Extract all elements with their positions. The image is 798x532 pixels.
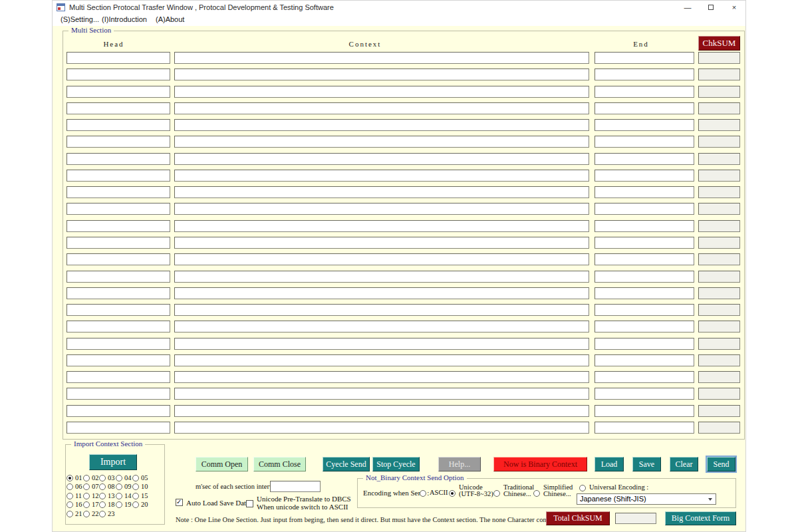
context-input[interactable]: [174, 136, 589, 148]
end-input[interactable]: [595, 153, 694, 165]
context-input[interactable]: [174, 287, 589, 299]
head-input[interactable]: [66, 102, 170, 114]
section-radio-06[interactable]: [66, 483, 73, 490]
send-button[interactable]: Send: [707, 457, 735, 471]
end-input[interactable]: [595, 52, 694, 64]
context-input[interactable]: [174, 153, 589, 165]
head-input[interactable]: [66, 422, 170, 434]
section-radio-21[interactable]: [66, 511, 73, 517]
head-input[interactable]: [66, 338, 170, 350]
context-input[interactable]: [174, 220, 589, 232]
context-input[interactable]: [174, 86, 589, 98]
end-input[interactable]: [595, 321, 694, 332]
context-input[interactable]: [174, 253, 589, 265]
section-radio-20[interactable]: [132, 501, 139, 508]
end-input[interactable]: [595, 170, 694, 182]
head-input[interactable]: [66, 203, 170, 215]
head-input[interactable]: [66, 371, 170, 383]
head-input[interactable]: [66, 52, 170, 64]
help-button[interactable]: Help...: [438, 457, 481, 471]
head-input[interactable]: [66, 388, 170, 400]
section-radio-13[interactable]: [99, 493, 106, 499]
stop-cyecle-button[interactable]: Stop Cyecle: [372, 457, 420, 471]
section-radio-01[interactable]: [66, 475, 73, 481]
section-radio-05[interactable]: [132, 475, 139, 481]
end-input[interactable]: [595, 338, 694, 350]
unicode-pretranslate-checkbox[interactable]: [246, 500, 253, 507]
binary-context-status-button[interactable]: Now is Binary Context: [493, 457, 587, 471]
chksum-button[interactable]: ChkSUM: [698, 36, 740, 51]
head-input[interactable]: [66, 321, 170, 332]
end-input[interactable]: [595, 186, 694, 198]
minimize-button[interactable]: —: [679, 1, 696, 13]
head-input[interactable]: [66, 170, 170, 182]
context-input[interactable]: [174, 237, 589, 249]
section-radio-15[interactable]: [132, 493, 139, 499]
end-input[interactable]: [595, 304, 694, 316]
context-input[interactable]: [174, 354, 589, 366]
head-input[interactable]: [66, 186, 170, 198]
section-radio-04[interactable]: [116, 475, 122, 481]
context-input[interactable]: [174, 119, 589, 131]
menu-item-setting[interactable]: (S)Setting...: [61, 15, 99, 23]
end-input[interactable]: [595, 237, 694, 249]
total-chksum-button[interactable]: Total ChkSUM: [546, 511, 610, 525]
context-input[interactable]: [174, 338, 589, 350]
context-input[interactable]: [174, 422, 589, 434]
end-input[interactable]: [595, 287, 694, 299]
section-radio-17[interactable]: [83, 501, 90, 508]
end-input[interactable]: [595, 86, 694, 98]
head-input[interactable]: [66, 354, 170, 366]
end-input[interactable]: [595, 119, 694, 131]
auto-load-checkbox[interactable]: [176, 499, 183, 506]
end-input[interactable]: [595, 253, 694, 265]
head-input[interactable]: [66, 153, 170, 165]
section-radio-16[interactable]: [66, 501, 73, 508]
section-radio-02[interactable]: [83, 475, 90, 481]
radio-traditional-chinese[interactable]: [493, 490, 500, 497]
context-input[interactable]: [174, 271, 589, 283]
end-input[interactable]: [595, 220, 694, 232]
end-input[interactable]: [595, 422, 694, 434]
context-input[interactable]: [174, 304, 589, 316]
context-input[interactable]: [174, 186, 589, 198]
context-input[interactable]: [174, 52, 589, 64]
end-input[interactable]: [595, 371, 694, 383]
context-input[interactable]: [174, 170, 589, 182]
head-input[interactable]: [66, 119, 170, 131]
end-input[interactable]: [595, 136, 694, 148]
head-input[interactable]: [66, 136, 170, 148]
end-input[interactable]: [595, 388, 694, 400]
comm-close-button[interactable]: Comm Close: [253, 457, 306, 471]
head-input[interactable]: [66, 86, 170, 98]
big-context-form-button[interactable]: Big Context Form: [665, 511, 736, 525]
section-radio-11[interactable]: [66, 493, 73, 499]
section-radio-23[interactable]: [99, 511, 106, 517]
load-button[interactable]: Load: [595, 457, 624, 471]
section-radio-18[interactable]: [99, 501, 106, 508]
head-input[interactable]: [66, 253, 170, 265]
section-radio-08[interactable]: [99, 483, 106, 490]
radio-ascii[interactable]: [420, 490, 426, 497]
end-input[interactable]: [595, 68, 694, 80]
import-button[interactable]: Import: [89, 454, 137, 470]
head-input[interactable]: [66, 68, 170, 80]
head-input[interactable]: [66, 287, 170, 299]
head-input[interactable]: [66, 271, 170, 283]
interval-input[interactable]: [270, 481, 321, 492]
context-input[interactable]: [174, 405, 589, 417]
section-radio-10[interactable]: [132, 483, 139, 490]
context-input[interactable]: [174, 68, 589, 80]
end-input[interactable]: [595, 203, 694, 215]
save-button[interactable]: Save: [632, 457, 661, 471]
radio-simplified-chinese[interactable]: [533, 490, 540, 497]
radio-unicode[interactable]: [449, 490, 456, 497]
comm-open-button[interactable]: Comm Open: [196, 457, 248, 471]
section-radio-09[interactable]: [116, 483, 122, 490]
maximize-button[interactable]: [702, 1, 720, 13]
section-radio-12[interactable]: [83, 493, 90, 499]
radio-universal-encoding[interactable]: [579, 485, 586, 491]
section-radio-03[interactable]: [99, 475, 106, 481]
cyecle-send-button[interactable]: Cyecle Send: [323, 457, 370, 471]
context-input[interactable]: [174, 203, 589, 215]
